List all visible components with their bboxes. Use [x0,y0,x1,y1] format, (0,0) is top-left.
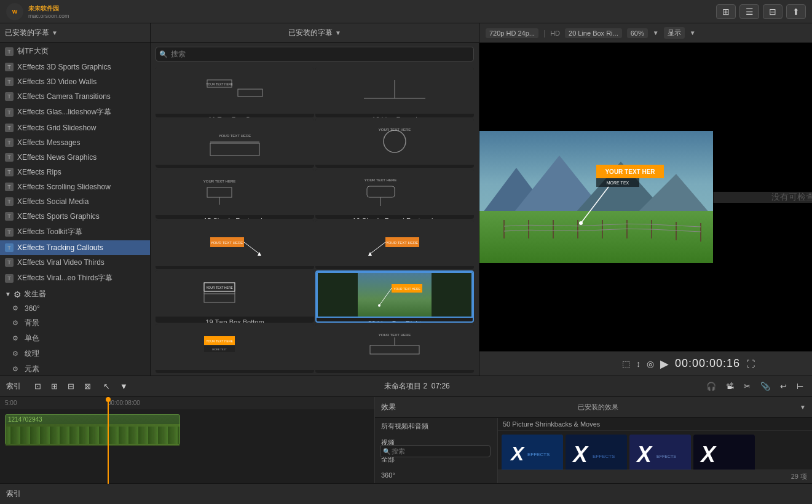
sidebar-item-grid[interactable]: T XEffects Grid Slideshow [0,120,150,135]
sub-icon: ⚙ [12,304,21,313]
svg-rect-0 [198,68,272,114]
timeline-icon2[interactable]: ⊞ [49,380,60,392]
preview-panel: 720p HD 24p... | HD 20 Line Box Ri... 60… [479,23,812,376]
sidebar-sub-color[interactable]: ⚙ 单色 [0,331,150,346]
transform-button[interactable]: ↕ [636,359,641,369]
effects-panel-header[interactable]: 已安装的字幕 ▼ [151,23,479,43]
cat-all-video[interactable]: 所有视频和音频 [375,418,497,435]
sidebar-sub-elements[interactable]: ⚙ 元素 [0,361,150,376]
color-button[interactable]: ◎ [647,359,654,369]
sidebar-item-tf[interactable]: T 制TF大页 [0,43,150,60]
sidebar-item-viral2[interactable]: T XEffects Viral...eo Thirds字幕 [0,270,150,286]
effect-item-18[interactable]: YOUR TEXT HERE 18 Line Arrow Left [315,220,474,270]
timeline-icon3[interactable]: ⊟ [65,380,77,392]
sidebar-item-tracking[interactable]: T XEffects Tracking Callouts [0,240,150,255]
svg-text:EFFECTS: EFFECTS [593,454,615,459]
export-button[interactable]: ⬆ [786,4,806,19]
timeline-icon1[interactable]: ⊡ [32,380,44,392]
sidebar-item-news[interactable]: T XEffects News Graphics [0,150,150,165]
effect-thumb-17: YOUR TEXT HERE [156,220,314,266]
sidebar-sub-360[interactable]: ⚙ 360° [0,302,150,315]
effect-item-16[interactable]: YOUR TEXT HERE 16 Simple Round Rectangle [315,169,474,219]
si-icon: T [5,108,14,117]
timeline-icon5[interactable]: ↖ [101,380,112,392]
effect-item-14[interactable]: YOUR TEXT HERE 14 Simple Circle [315,119,474,168]
track-area: 1214702943 [0,409,374,483]
grid-view-button[interactable]: ⊞ [716,4,736,19]
effect-thumb-2[interactable]: XEFFECTS [566,435,627,470]
effects-search-input[interactable] [156,47,474,61]
current-effect-label[interactable]: 20 Line Box Ri... [565,28,622,38]
effects-grid: YOUR TEXT HERE 11 Two Box Grow 12 Line R… [151,65,479,376]
adjust-button[interactable]: ⊟ [763,4,782,19]
effects-right: 效果 已安装的效果 ▼ 所有视频和音频 视频 全部 360° 🔍 [375,397,812,483]
effect-item-11[interactable]: YOUR TEXT HERE 11 Two Box Grow [156,68,314,117]
si-icon: T [5,228,14,237]
audio-icon[interactable]: 🎧 [704,380,719,392]
timeline-icon4[interactable]: ⊠ [82,380,93,392]
effect-thumb-4[interactable]: X [693,435,755,470]
effect-item-12[interactable]: 12 Line Reveal [315,68,474,117]
effect-item-15[interactable]: YOUR TEXT HERE 15 Simple Rectangle [156,169,314,219]
effect-item-19[interactable]: YOUR TEXT HERE 19 Two Box Bottom [156,270,314,323]
sidebar-item-scrolling[interactable]: T XEffects Scrolling Slideshow [0,179,150,194]
si-icon: T [5,153,14,162]
list-view-button[interactable]: ☰ [739,4,759,19]
fullscreen-button[interactable]: ⛶ [746,359,755,369]
sidebar-item-social[interactable]: T XEffects Social Media [0,194,150,209]
effect-thumb-1[interactable]: XEFFECTS [502,435,563,470]
effects-featured-label: 50 Picture Shrinkbacks & Moves [498,418,812,431]
effect-thumb-3[interactable]: XEFFECTS [629,435,691,470]
sub-label: 元素 [25,364,39,374]
effect-item-21[interactable]: YOUR TEXT HERE MORE TEXT 21 Line Box Lef… [156,324,314,374]
effects-panel: 已安装的字幕 ▼ 🔍 YOUR TEXT HERE 11 [151,23,479,376]
video-clip[interactable]: 1214702943 [5,414,180,445]
sidebar-item-messages[interactable]: T XEffects Messages [0,135,150,150]
svg-rect-57 [479,211,713,263]
header-dropdown-arrow: ▼ [335,30,341,36]
sidebar-item-glas[interactable]: T XEffects Glas...lideshow字幕 [0,104,150,120]
sidebar-item-3dsports[interactable]: T XEffects 3D Sports Graphics [0,60,150,74]
sidebar-item-sports[interactable]: T XEffects Sports Graphics [0,209,150,224]
effect-label-20: 20 Line Box Right [317,318,473,323]
effect-item-20[interactable]: YOUR TEXT HERE 20 Line Box Right [315,270,474,323]
si-icon: T [5,258,14,267]
effect-item-17[interactable]: YOUR TEXT HERE 17 Line Arrow Right [156,220,314,270]
loop-icon[interactable]: ↩ [778,380,789,392]
play-button[interactable]: ▶ [660,357,669,371]
sidebar-item-rips[interactable]: T XEffects Rips [0,165,150,179]
attach-icon[interactable]: 📎 [758,380,773,392]
installed-caption-arrow: ▼ [52,30,58,36]
cut-icon[interactable]: ✂ [741,380,753,392]
view-label[interactable]: 显示 [664,27,685,39]
project-name: 未命名项目 2 07:26 [135,381,699,392]
effect-label-17: 17 Line Arrow Right [156,266,314,270]
sidebar-item-3dvideo[interactable]: T XEffects 3D Video Walls [0,74,150,89]
cat-360[interactable]: 360° [375,468,497,482]
installed-caption-header[interactable]: 已安装的字幕 ▼ [0,23,150,43]
timeline-icon6[interactable]: ▼ [117,380,130,392]
sidebar-item-toolkit[interactable]: T XEffects Toolkit字幕 [0,224,150,240]
zoom-label[interactable]: 60% [627,28,648,38]
effect-thumb-20: YOUR TEXT HERE [317,272,473,318]
sidebar-sub-bg[interactable]: ⚙ 背景 [0,315,150,331]
sidebar-item-viral[interactable]: T XEffects Viral Video Thirds [0,255,150,270]
svg-point-72 [579,221,583,225]
effect-item-22[interactable]: YOUR TEXT HERE 22 Line Box Bottom [315,324,474,374]
sidebar-item-camera[interactable]: T XEffects Camera Transitions [0,89,150,104]
sidebar-group-generator[interactable]: ▼ ⚙ 发生器 [0,286,150,302]
sidebar-item-label: XEffects Tracking Callouts [17,243,103,252]
end-icon[interactable]: ⊢ [794,380,806,392]
effect-item-13[interactable]: YOUR TEXT HERE 13 Box Bottom [156,119,314,168]
effect-label-12: 12 Line Reveal [315,114,474,117]
si-icon: T [5,183,14,191]
effects-search-input-right[interactable] [380,445,491,457]
crop-button[interactable]: ⬚ [622,359,630,369]
sidebar-sub-texture[interactable]: ⚙ 纹理 [0,346,150,361]
video-icon[interactable]: 📽 [723,380,736,392]
sub-icon: ⚙ [12,319,21,328]
sidebar-item-label: XEffects Messages [17,138,81,147]
effects-header-label: 已安装的字幕 [288,28,333,38]
resolution-label[interactable]: 720p HD 24p... [486,28,538,38]
effect-label-18: 18 Line Arrow Left [315,266,474,270]
